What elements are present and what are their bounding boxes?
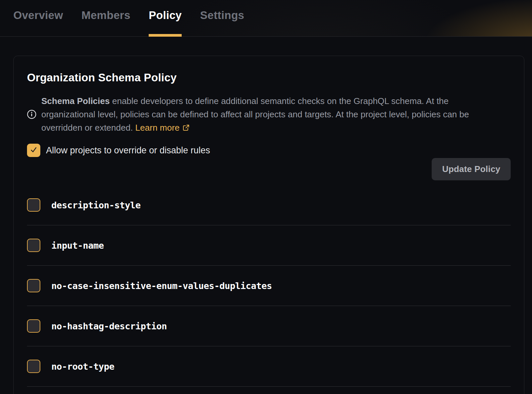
rule-name: no-hashtag-description: [51, 321, 167, 331]
rule-checkbox[interactable]: [27, 279, 40, 292]
tab-members[interactable]: Members: [81, 9, 130, 37]
check-icon: [29, 145, 38, 155]
external-link-icon: [182, 122, 190, 129]
schema-policy-card: Organization Schema Policy Schema Polici…: [13, 56, 524, 394]
page-title: Organization Schema Policy: [27, 71, 511, 84]
rule-checkbox[interactable]: [27, 239, 40, 252]
rule-checkbox[interactable]: [27, 319, 40, 333]
rule-name: no-root-type: [51, 361, 114, 372]
top-navigation: Overview Members Policy Settings: [0, 0, 532, 37]
description-lead: Schema Policies: [41, 96, 110, 106]
rule-checkbox[interactable]: [27, 360, 40, 373]
allow-override-row: Allow projects to override or disable ru…: [27, 144, 511, 157]
rule-name: description-style: [51, 200, 141, 210]
rule-name: no-case-insensitive-enum-values-duplicat…: [51, 281, 272, 291]
rule-name: input-name: [51, 240, 104, 251]
policy-description-text: Schema Policies enable developers to def…: [41, 94, 500, 134]
rule-row: input-name: [27, 225, 511, 266]
update-policy-button[interactable]: Update Policy: [432, 158, 511, 180]
allow-override-checkbox[interactable]: [27, 144, 40, 157]
tab-overview[interactable]: Overview: [13, 9, 63, 37]
rule-checkbox[interactable]: [27, 198, 40, 212]
rule-row: no-case-insensitive-enum-values-duplicat…: [27, 266, 511, 306]
learn-more-link[interactable]: Learn more: [135, 123, 180, 133]
policy-description: Schema Policies enable developers to def…: [27, 94, 511, 134]
rule-row: description-style: [27, 185, 511, 225]
rules-list: description-style input-name no-case-ins…: [27, 185, 511, 387]
allow-override-label[interactable]: Allow projects to override or disable ru…: [46, 145, 210, 156]
actions-row: Update Policy: [27, 158, 511, 180]
tab-settings[interactable]: Settings: [200, 9, 244, 37]
rule-row: no-root-type: [27, 346, 511, 387]
info-icon: [27, 110, 36, 119]
tab-policy[interactable]: Policy: [149, 9, 182, 37]
rule-row: no-hashtag-description: [27, 306, 511, 346]
